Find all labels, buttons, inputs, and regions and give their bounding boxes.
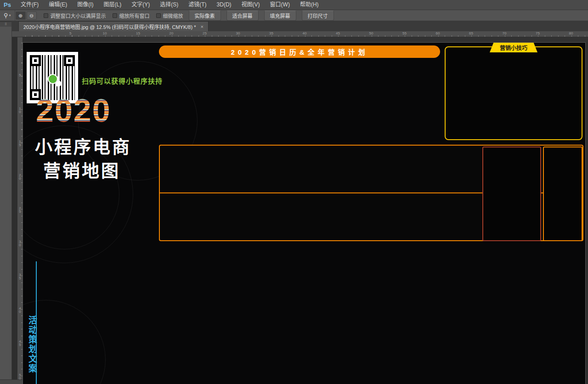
photoshop-logo: Ps	[0, 1, 16, 8]
vertical-ruler: 5101520253035404550	[17, 37, 23, 384]
menu-item[interactable]: 文字(Y)	[126, 1, 155, 8]
menu-item[interactable]: 视图(V)	[237, 1, 265, 8]
tool-preset-dropdown[interactable]: ⚲ ▾	[0, 10, 15, 21]
canvas-document[interactable]: 扫码可以获得小程序扶持 2020 小程序电商 营销地图 2020营销日历&全年营…	[23, 43, 585, 384]
horizontal-ruler: 5101520253035404550556065707580	[12, 31, 588, 37]
menu-item[interactable]: 3D(D)	[212, 1, 237, 8]
menu-bar: Ps 文件(F)编辑(E)图像(I)图层(L)文字(Y)选择(S)滤镜(T)3D…	[0, 0, 588, 10]
menu-item[interactable]: 帮助(H)	[295, 1, 324, 8]
menu-item[interactable]: 图层(L)	[99, 1, 127, 8]
toolbar-grip[interactable]: ⠿	[0, 22, 11, 27]
left-vertical-label: 活动策划文案	[26, 261, 36, 384]
festival-panel	[482, 147, 541, 241]
option-checkbox[interactable]: 细微缩放	[156, 12, 183, 19]
menu-items: 文件(F)编辑(E)图像(I)图层(L)文字(Y)选择(S)滤镜(T)3D(D)…	[16, 0, 324, 10]
menu-item[interactable]: 选择(S)	[155, 1, 183, 8]
tips-title: 营销小技巧	[490, 43, 537, 52]
option-button[interactable]: 实际像素	[189, 11, 221, 21]
zoom-in-button[interactable]: ⊕	[16, 11, 26, 20]
document-tab-bar: ▸▸ 2020小程序电商营销地图.jpg @ 12.5% (扫码可以获得小程序扶…	[0, 21, 588, 31]
marketing-tips-panel: 营销小技巧	[445, 46, 582, 140]
option-checkbox[interactable]: 调整窗口大小以满屏显示	[44, 12, 106, 19]
zoom-out-button[interactable]: ⊖	[27, 11, 37, 20]
document-tab[interactable]: 2020小程序电商营销地图.jpg @ 12.5% (扫码可以获得小程序扶持, …	[18, 21, 209, 31]
option-button[interactable]: 适合屏幕	[226, 11, 259, 21]
poster-title-line2: 营销地图	[43, 157, 120, 182]
options-bar: ⚲ ▾ ⊕ ⊖ 调整窗口大小以满屏显示缩放所有窗口细微缩放 实际像素适合屏幕填充…	[0, 10, 588, 21]
menu-item[interactable]: 文件(F)	[16, 1, 44, 8]
menu-item[interactable]: 图像(I)	[72, 1, 98, 8]
calendar-banner: 2020营销日历&全年营销计划	[159, 45, 440, 58]
calendar-grid	[159, 62, 442, 142]
qr-caption: 扫码可以获得小程序扶持	[82, 76, 163, 85]
zoom-tool-icon: ⚲	[4, 12, 8, 19]
pasteboard	[23, 37, 588, 43]
phase-header	[23, 246, 585, 260]
menu-item[interactable]: 滤镜(T)	[183, 1, 211, 8]
menu-item[interactable]: 编辑(E)	[44, 1, 72, 8]
menu-item[interactable]: 窗口(W)	[265, 1, 295, 8]
option-checkbox[interactable]: 缩放所有窗口	[113, 12, 150, 19]
tab-close-icon[interactable]: ×	[200, 24, 203, 29]
mindmap-section: 活动策划文案	[26, 261, 582, 384]
document-tab-title: 2020小程序电商营销地图.jpg @ 12.5% (扫码可以获得小程序扶持, …	[23, 23, 196, 30]
poster-year: 2020	[36, 92, 111, 129]
poster-title-line1: 小程序电商	[35, 133, 131, 158]
option-button[interactable]: 填充屏幕	[264, 11, 296, 21]
option-button[interactable]: 打印尺寸	[302, 11, 334, 21]
yearend-column	[543, 147, 582, 241]
tool-palette: ⠿	[0, 22, 12, 384]
chevron-down-icon: ▾	[9, 13, 11, 17]
